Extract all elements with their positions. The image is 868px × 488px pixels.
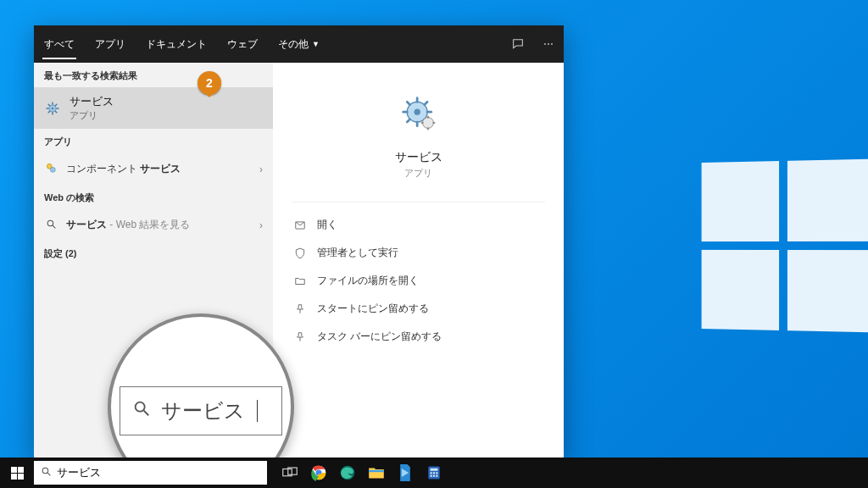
svg-point-11 — [50, 167, 55, 172]
taskbar-app-generic-1[interactable] — [394, 462, 416, 484]
chevron-down-icon: ▼ — [312, 40, 320, 48]
annotation-marker-2: 2 — [198, 71, 221, 95]
search-icon — [132, 399, 151, 423]
svg-rect-42 — [431, 472, 432, 474]
taskbar — [0, 458, 868, 488]
shield-icon — [293, 247, 307, 259]
action-pin-to-start[interactable]: スタートにピン留めする — [292, 295, 545, 323]
svg-line-33 — [47, 473, 50, 475]
search-tabs: すべて アプリ ドキュメント ウェブ その他 ▼ ⋯ — [34, 25, 564, 63]
action-open[interactable]: 開く — [292, 211, 545, 239]
taskbar-app-calculator[interactable] — [423, 462, 445, 484]
services-gear-icon-large — [400, 95, 437, 138]
preview-subtitle: アプリ — [404, 167, 432, 180]
feedback-icon[interactable] — [503, 37, 533, 51]
chevron-right-icon: › — [259, 219, 263, 231]
pin-icon — [293, 303, 307, 315]
result-component-services[interactable]: コンポーネント サービス › — [34, 153, 273, 185]
svg-line-8 — [48, 111, 50, 113]
best-match-subtitle: アプリ — [70, 109, 114, 122]
svg-rect-44 — [436, 472, 437, 474]
tab-all[interactable]: すべて — [34, 25, 85, 63]
svg-line-20 — [407, 102, 409, 104]
svg-rect-46 — [433, 475, 435, 477]
result-web-search[interactable]: サービス - Web 結果を見る › — [34, 209, 273, 241]
svg-point-32 — [42, 468, 48, 474]
search-input[interactable] — [57, 467, 260, 480]
folder-icon — [293, 275, 307, 287]
svg-rect-47 — [436, 475, 437, 477]
svg-line-22 — [407, 119, 409, 122]
services-gear-icon — [44, 100, 61, 117]
svg-point-15 — [414, 109, 420, 115]
pin-icon — [293, 331, 307, 343]
windows-logo-wallpaper — [702, 159, 868, 332]
svg-point-1 — [52, 107, 53, 108]
taskbar-app-explorer[interactable] — [365, 462, 387, 484]
more-icon[interactable]: ⋯ — [533, 38, 564, 50]
component-services-icon — [44, 162, 58, 176]
result-label: サービス - Web 結果を見る — [66, 218, 190, 232]
start-button[interactable] — [0, 458, 34, 488]
taskbar-search-box[interactable] — [34, 461, 267, 485]
section-apps: アプリ — [34, 129, 273, 153]
text-caret — [257, 400, 258, 422]
svg-point-24 — [422, 118, 433, 129]
action-open-file-location[interactable]: ファイルの場所を開く — [292, 267, 545, 295]
search-icon — [41, 466, 52, 480]
svg-line-6 — [48, 103, 50, 105]
best-match-title: サービス — [70, 94, 114, 109]
svg-rect-39 — [369, 470, 384, 472]
result-label: コンポーネント サービス — [66, 162, 181, 176]
open-icon — [293, 219, 307, 231]
action-run-as-admin[interactable]: 管理者として実行 — [292, 239, 545, 267]
zoom-search-text: サービス — [161, 397, 245, 424]
svg-line-13 — [53, 225, 55, 228]
action-pin-to-taskbar[interactable]: タスク バーにピン留めする — [292, 323, 545, 351]
svg-rect-45 — [431, 475, 432, 477]
desktop: すべて アプリ ドキュメント ウェブ その他 ▼ ⋯ 最も一致する検索結果 — [0, 0, 868, 488]
tab-more[interactable]: その他 ▼ — [268, 25, 330, 63]
result-preview: サービス アプリ 開く 管理者として実行 — [273, 63, 564, 458]
svg-line-23 — [424, 102, 426, 104]
taskbar-app-edge[interactable] — [337, 462, 359, 484]
taskbar-app-chrome[interactable] — [308, 462, 330, 484]
tab-documents[interactable]: ドキュメント — [136, 25, 217, 63]
windows-icon — [11, 467, 24, 480]
section-web: Web の検索 — [34, 185, 273, 209]
svg-rect-43 — [433, 472, 435, 474]
preview-title: サービス — [395, 150, 442, 165]
svg-line-9 — [55, 103, 57, 105]
svg-point-30 — [136, 402, 145, 412]
chevron-right-icon: › — [259, 164, 263, 175]
section-best-match: 最も一致する検索結果 — [34, 63, 273, 87]
search-icon — [44, 219, 58, 232]
svg-point-12 — [47, 220, 53, 226]
task-view-icon[interactable] — [279, 462, 301, 484]
section-settings: 設定 (2) — [34, 241, 273, 265]
svg-line-7 — [55, 111, 57, 113]
tab-web[interactable]: ウェブ — [217, 25, 268, 63]
svg-rect-41 — [431, 469, 438, 471]
svg-line-31 — [144, 411, 149, 416]
tab-apps[interactable]: アプリ — [85, 25, 136, 63]
result-best-match[interactable]: サービス アプリ — [34, 87, 273, 129]
